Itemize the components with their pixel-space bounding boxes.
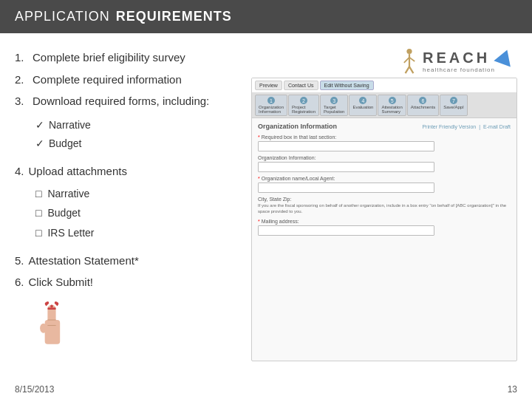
app-form: Organization Information Printer Friendl…	[252, 118, 516, 244]
svg-point-6	[50, 304, 53, 307]
tab-1-label: OrganizationInformation	[259, 105, 284, 114]
square-item-irs: IRS Letter	[35, 225, 236, 242]
form-field-city: City, State Zip: If you are the fiscal s…	[258, 197, 511, 215]
form-label-city-text: City, State Zip:	[258, 197, 291, 202]
svg-line-12	[409, 66, 413, 73]
app-screenshot: Preview Contact Us Edit Without Saving 1…	[251, 78, 517, 361]
step-1-text: Complete brief eligibility survey	[33, 48, 185, 67]
step-3-text: Download required forms, including:	[33, 92, 209, 111]
tab-1-num: 1	[267, 97, 275, 104]
finger-icon-container	[15, 299, 236, 357]
form-label-org-info: Organization Information:	[258, 155, 511, 160]
svg-point-5	[40, 324, 47, 333]
tab-4-label: Evaluation	[352, 105, 373, 109]
svg-rect-2	[47, 307, 55, 310]
tab-evaluation[interactable]: 4 Evaluation	[349, 95, 377, 116]
reach-text-block: REACH healthcare foundation	[423, 50, 495, 73]
form-label-org-name-text: Organization name/Local Agent:	[262, 176, 335, 181]
step-2-text: Complete required information	[33, 70, 182, 89]
tab-organization-info[interactable]: 1 OrganizationInformation	[255, 95, 287, 116]
step-1: 1. Complete brief eligibility survey	[15, 48, 236, 67]
form-section-title: Organization Information	[258, 123, 337, 130]
step-tabs: 1 OrganizationInformation 2 ProjectRegis…	[252, 93, 516, 118]
form-input-org-info[interactable]	[258, 162, 434, 172]
step-5-num: 5.	[15, 251, 24, 270]
check-item-narrative: Narrative	[35, 117, 236, 134]
step-3-num: 3.	[15, 92, 28, 111]
form-note-city: If you are the fiscal sponsoring on beha…	[258, 203, 511, 215]
tab-6-num: 6	[419, 97, 426, 104]
tab-attestation[interactable]: 5 AttestationSummary	[378, 95, 406, 116]
check-item-budget: Budget	[35, 135, 236, 153]
tab-4-num: 4	[359, 97, 366, 104]
reach-figure-icon	[400, 48, 418, 75]
tab-project-reg[interactable]: 2 ProjectRegistration	[288, 95, 319, 116]
tab-5-label: AttestationSummary	[381, 105, 402, 114]
svg-point-7	[406, 49, 412, 54]
svg-line-11	[406, 66, 409, 73]
step-4-header: 4. Upload attachments	[15, 162, 236, 181]
step-5: 5. Attestation Statement*	[15, 251, 236, 270]
form-input-required[interactable]	[258, 141, 434, 151]
check-list: Narrative Budget	[15, 117, 236, 154]
square-item-narrative: Narrative	[35, 185, 236, 203]
tab-save[interactable]: 7 Save/Appl	[440, 95, 467, 116]
form-label-mailing-text: Mailing address:	[262, 219, 299, 224]
check-item-budget-label: Budget	[49, 135, 81, 153]
step-6-label: Click Submit!	[29, 273, 94, 292]
printer-friendly-link[interactable]: Printer Friendly Version	[422, 124, 476, 129]
blue-arrow-icon	[494, 47, 515, 66]
form-label-org-info-text: Organization Information:	[258, 155, 316, 160]
contact-us-button[interactable]: Contact Us	[284, 81, 318, 90]
square-item-budget: Budget	[35, 205, 236, 222]
right-column: REACH healthcare foundation Preview Cont…	[251, 48, 517, 361]
step-6-num: 6.	[15, 273, 24, 292]
tab-target-pop[interactable]: 3 TargetPopulation	[320, 95, 348, 116]
numbered-list: 1. Complete brief eligibility survey 2. …	[15, 48, 236, 111]
header-title-normal: APPLICATION	[15, 9, 110, 24]
reach-text-sub: healthcare foundation	[423, 66, 495, 73]
form-label-org-name: * Organization name/Local Agent:	[258, 176, 511, 181]
square-item-budget-label: Budget	[47, 205, 80, 222]
tab-5-num: 5	[389, 97, 396, 104]
form-input-mailing[interactable]	[258, 225, 434, 236]
tab-attachments[interactable]: 6 Attachments	[407, 95, 439, 116]
form-field-mailing: * Mailing address:	[258, 219, 511, 236]
tab-7-num: 7	[450, 97, 457, 104]
step-3: 3. Download required forms, including:	[15, 92, 236, 111]
square-item-irs-label: IRS Letter	[47, 225, 94, 242]
step-1-num: 1.	[15, 48, 28, 67]
tab-3-label: TargetPopulation	[324, 105, 344, 114]
preview-button[interactable]: Preview	[255, 81, 282, 90]
req-star-3: *	[258, 219, 260, 224]
square-item-narrative-label: Narrative	[47, 185, 89, 203]
form-field-org-name: * Organization name/Local Agent:	[258, 176, 511, 193]
tab-7-label: Save/Appl	[443, 105, 463, 109]
header-title-bold: REQUIREMENTS	[116, 9, 232, 24]
step-6: 6. Click Submit!	[15, 273, 236, 292]
edit-without-saving-button[interactable]: Edit Without Saving	[320, 81, 374, 90]
action-divider: |	[479, 124, 480, 129]
tab-6-label: Attachments	[411, 105, 435, 109]
header-bar: APPLICATION REQUIREMENTS	[0, 0, 532, 33]
main-content: 1. Complete brief eligibility survey 2. …	[0, 33, 532, 369]
square-list: Narrative Budget IRS Letter	[15, 185, 236, 242]
req-star-2: *	[258, 176, 260, 181]
reach-text-main: REACH	[423, 50, 495, 66]
step-2: 2. Complete required information	[15, 70, 236, 89]
email-draft-link[interactable]: E-mail Draft	[483, 124, 511, 129]
form-label-required-text: Required box in that last section:	[262, 134, 337, 140]
footer-date: 8/15/2013	[15, 384, 54, 395]
footer: 8/15/2013 13	[0, 380, 532, 399]
step-5-label: Attestation Statement*	[29, 251, 139, 270]
tab-2-label: ProjectRegistration	[292, 105, 316, 114]
form-input-org-name[interactable]	[258, 183, 434, 193]
reach-logo-area: REACH healthcare foundation	[251, 48, 517, 75]
tab-3-num: 3	[330, 97, 338, 104]
app-nav: Preview Contact Us Edit Without Saving	[252, 78, 516, 93]
form-field-org-info: Organization Information:	[258, 155, 511, 172]
reach-logo: REACH healthcare foundation	[400, 48, 495, 75]
req-star: *	[258, 134, 260, 140]
step-4-num: 4.	[15, 162, 24, 181]
footer-page-num: 13	[508, 384, 517, 395]
